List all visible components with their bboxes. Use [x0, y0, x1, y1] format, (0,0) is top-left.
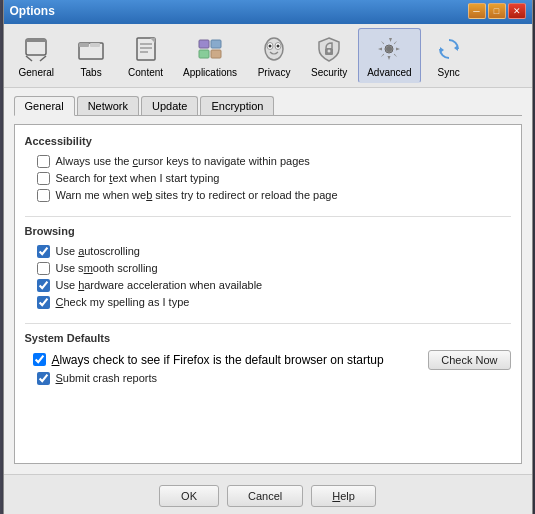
- smooth-scroll-checkbox[interactable]: [37, 262, 50, 275]
- spell-check-label[interactable]: Check my spelling as I type: [56, 296, 190, 308]
- content-icon: [130, 33, 162, 65]
- toolbar-item-privacy[interactable]: Privacy: [248, 28, 300, 83]
- svg-point-22: [328, 49, 331, 52]
- svg-rect-7: [137, 38, 155, 60]
- warn-redirect-label[interactable]: Warn me when web sites try to redirect o…: [56, 189, 338, 201]
- options-window: Options ─ □ ✕ General Tabs Content: [3, 0, 533, 514]
- svg-rect-14: [199, 50, 209, 58]
- search-type-checkbox[interactable]: [37, 172, 50, 185]
- applications-label: Applications: [183, 67, 237, 78]
- option-cursor-nav: Always use the cursor keys to navigate w…: [33, 153, 511, 170]
- general-label: General: [19, 67, 55, 78]
- svg-rect-6: [90, 43, 100, 47]
- option-autoscroll: Use autoscrolling: [33, 243, 511, 260]
- sub-tabs: General Network Update Encryption: [14, 96, 522, 116]
- toolbar-item-sync[interactable]: Sync: [423, 28, 475, 83]
- advanced-label: Advanced: [367, 67, 411, 78]
- sync-icon: [433, 33, 465, 65]
- cursor-nav-checkbox[interactable]: [37, 155, 50, 168]
- tabs-icon: [75, 33, 107, 65]
- svg-point-20: [277, 44, 280, 47]
- sync-label: Sync: [438, 67, 460, 78]
- tabs-label: Tabs: [81, 67, 102, 78]
- smooth-scroll-label[interactable]: Use smooth scrolling: [56, 262, 158, 274]
- tab-encryption[interactable]: Encryption: [200, 96, 274, 115]
- cursor-nav-label[interactable]: Always use the cursor keys to navigate w…: [56, 155, 310, 167]
- svg-point-19: [269, 44, 272, 47]
- advanced-icon: [373, 33, 405, 65]
- search-type-label[interactable]: Search for text when I start typing: [56, 172, 220, 184]
- security-label: Security: [311, 67, 347, 78]
- system-defaults-title: System Defaults: [25, 332, 511, 344]
- help-label-rest: elp: [340, 490, 355, 502]
- title-bar: Options ─ □ ✕: [4, 0, 532, 24]
- browsing-section: Browsing Use autoscrolling Use smooth sc…: [25, 225, 511, 311]
- main-panel: Accessibility Always use the cursor keys…: [14, 124, 522, 464]
- privacy-label: Privacy: [258, 67, 291, 78]
- general-icon: [20, 33, 52, 65]
- svg-rect-1: [26, 39, 46, 42]
- cancel-button[interactable]: Cancel: [227, 485, 303, 507]
- check-now-button[interactable]: Check Now: [428, 350, 510, 370]
- close-button[interactable]: ✕: [508, 3, 526, 19]
- spell-check-checkbox[interactable]: [37, 296, 50, 309]
- system-defaults-section: System Defaults Always check to see if F…: [25, 332, 511, 387]
- option-smooth-scroll: Use smooth scrolling: [33, 260, 511, 277]
- browsing-title: Browsing: [25, 225, 511, 237]
- svg-rect-12: [199, 40, 209, 48]
- hardware-accel-checkbox[interactable]: [37, 279, 50, 292]
- option-warn-redirect: Warn me when web sites try to redirect o…: [33, 187, 511, 204]
- crash-reports-checkbox[interactable]: [37, 372, 50, 385]
- svg-marker-11: [150, 38, 155, 43]
- privacy-icon: [258, 33, 290, 65]
- tab-update[interactable]: Update: [141, 96, 198, 115]
- crash-reports-label[interactable]: Submit crash reports: [56, 372, 158, 384]
- footer: OK Cancel Help: [4, 474, 532, 515]
- toolbar-item-advanced[interactable]: Advanced: [358, 28, 420, 83]
- applications-icon: [194, 33, 226, 65]
- toolbar: General Tabs Content Applications: [4, 24, 532, 88]
- toolbar-item-applications[interactable]: Applications: [174, 28, 246, 83]
- divider-1: [25, 216, 511, 217]
- svg-line-3: [40, 56, 46, 61]
- default-browser-checkbox[interactable]: [33, 353, 46, 366]
- option-spell-check: Check my spelling as I type: [33, 294, 511, 311]
- default-browser-row: Always check to see if Firefox is the de…: [33, 350, 511, 370]
- minimize-button[interactable]: ─: [468, 3, 486, 19]
- default-browser-left: Always check to see if Firefox is the de…: [33, 353, 384, 367]
- option-crash-reports: Submit crash reports: [33, 370, 511, 387]
- window-controls: ─ □ ✕: [468, 3, 526, 19]
- ok-button[interactable]: OK: [159, 485, 219, 507]
- svg-point-24: [386, 46, 392, 52]
- tab-general[interactable]: General: [14, 96, 75, 116]
- accessibility-title: Accessibility: [25, 135, 511, 147]
- svg-line-2: [26, 56, 32, 61]
- maximize-button[interactable]: □: [488, 3, 506, 19]
- window-title: Options: [10, 4, 55, 18]
- svg-rect-13: [211, 40, 221, 48]
- svg-marker-26: [440, 47, 444, 53]
- autoscroll-checkbox[interactable]: [37, 245, 50, 258]
- svg-rect-15: [211, 50, 221, 58]
- content-area: General Network Update Encryption Access…: [4, 88, 532, 474]
- default-browser-label[interactable]: Always check to see if Firefox is the de…: [52, 353, 384, 367]
- autoscroll-label[interactable]: Use autoscrolling: [56, 245, 140, 257]
- toolbar-item-tabs[interactable]: Tabs: [65, 28, 117, 83]
- toolbar-item-general[interactable]: General: [10, 28, 64, 83]
- tab-network[interactable]: Network: [77, 96, 139, 115]
- accessibility-section: Accessibility Always use the cursor keys…: [25, 135, 511, 204]
- svg-rect-5: [79, 43, 89, 47]
- toolbar-item-security[interactable]: Security: [302, 28, 356, 83]
- svg-marker-25: [454, 45, 458, 51]
- option-hardware-accel: Use hardware acceleration when available: [33, 277, 511, 294]
- warn-redirect-checkbox[interactable]: [37, 189, 50, 202]
- toolbar-item-content[interactable]: Content: [119, 28, 172, 83]
- help-button[interactable]: Help: [311, 485, 376, 507]
- security-icon: [313, 33, 345, 65]
- divider-2: [25, 323, 511, 324]
- option-search-type: Search for text when I start typing: [33, 170, 511, 187]
- hardware-accel-label[interactable]: Use hardware acceleration when available: [56, 279, 263, 291]
- content-label: Content: [128, 67, 163, 78]
